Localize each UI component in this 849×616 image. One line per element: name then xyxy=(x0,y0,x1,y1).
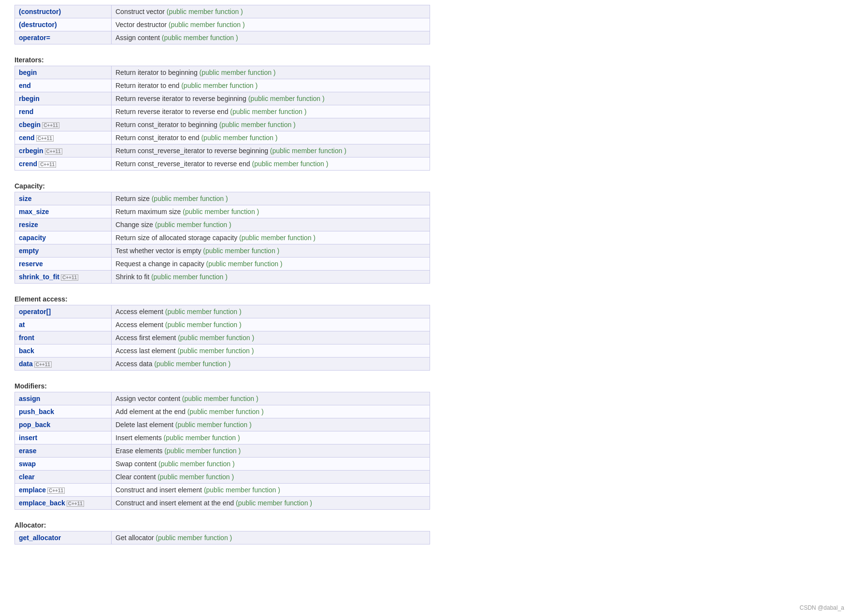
function-description: Insert elements (public member function … xyxy=(112,431,430,444)
member-function-link[interactable]: (public member function ) xyxy=(252,160,328,168)
table-row: clearClear content (public member functi… xyxy=(15,471,430,484)
function-name[interactable]: cendC++11 xyxy=(15,131,112,144)
member-function-link[interactable]: (public member function ) xyxy=(183,208,259,215)
function-name[interactable]: back xyxy=(15,344,112,358)
function-name[interactable]: (destructor) xyxy=(15,18,112,31)
function-name[interactable]: emplace_backC++11 xyxy=(15,497,112,510)
member-function-link[interactable]: (public member function ) xyxy=(165,308,242,315)
function-name[interactable]: swap xyxy=(15,458,112,471)
member-function-link[interactable]: (public member function ) xyxy=(236,499,312,507)
function-description: Access element (public member function ) xyxy=(112,318,430,331)
function-description: Assign content (public member function ) xyxy=(112,31,430,44)
function-name[interactable]: max_size xyxy=(15,205,112,218)
member-function-link[interactable]: (public member function ) xyxy=(155,221,231,229)
section-constructors: (constructor)Construct vector (public me… xyxy=(14,5,835,44)
function-name[interactable]: reserve xyxy=(15,258,112,271)
page-container: (constructor)Construct vector (public me… xyxy=(0,0,849,568)
function-description: Return const_reverse_iterator to reverse… xyxy=(112,144,430,158)
member-function-link[interactable]: (public member function ) xyxy=(204,486,280,494)
member-function-link[interactable]: (public member function ) xyxy=(206,260,283,268)
member-function-link[interactable]: (public member function ) xyxy=(158,473,234,481)
function-name[interactable]: rend xyxy=(15,105,112,118)
section-header-modifiers: Modifiers: xyxy=(14,379,835,392)
member-function-link[interactable]: (public member function ) xyxy=(158,460,235,468)
function-name[interactable]: crbeginC++11 xyxy=(15,144,112,158)
member-function-link[interactable]: (public member function ) xyxy=(152,195,228,202)
function-name[interactable]: operator[] xyxy=(15,305,112,318)
member-function-link[interactable]: (public member function ) xyxy=(200,69,276,76)
section-header-iterators: Iterators: xyxy=(14,53,835,66)
function-name[interactable]: shrink_to_fitC++11 xyxy=(15,271,112,284)
function-name[interactable]: erase xyxy=(15,444,112,458)
member-function-link[interactable]: (public member function ) xyxy=(162,34,238,42)
member-function-link[interactable]: (public member function ) xyxy=(270,147,346,155)
member-function-link[interactable]: (public member function ) xyxy=(164,447,241,455)
function-name[interactable]: cbeginC++11 xyxy=(15,118,112,131)
member-function-link[interactable]: (public member function ) xyxy=(239,234,316,242)
function-description: Return reverse iterator to reverse end (… xyxy=(112,105,430,118)
table-row: resizeChange size (public member functio… xyxy=(15,218,430,231)
member-function-link[interactable]: (public member function ) xyxy=(154,360,230,368)
table-row: crbeginC++11Return const_reverse_iterato… xyxy=(15,144,430,158)
member-function-link[interactable]: (public member function ) xyxy=(201,134,277,142)
table-allocator: get_allocatorGet allocator (public membe… xyxy=(14,531,430,544)
member-function-link[interactable]: (public member function ) xyxy=(248,95,325,102)
function-name[interactable]: rbegin xyxy=(15,92,112,105)
function-name[interactable]: front xyxy=(15,331,112,344)
function-description: Clear content (public member function ) xyxy=(112,471,430,484)
member-function-link[interactable]: (public member function ) xyxy=(203,247,279,255)
function-description: Swap content (public member function ) xyxy=(112,458,430,471)
cpp11-badge: C++11 xyxy=(61,274,78,281)
member-function-link[interactable]: (public member function ) xyxy=(151,273,228,281)
function-name[interactable]: assign xyxy=(15,392,112,405)
member-function-link[interactable]: (public member function ) xyxy=(182,395,259,402)
member-function-link[interactable]: (public member function ) xyxy=(164,434,240,442)
table-row: assignAssign vector content (public memb… xyxy=(15,392,430,405)
member-function-link[interactable]: (public member function ) xyxy=(156,534,232,542)
function-name[interactable]: begin xyxy=(15,66,112,79)
table-row: rbeginReturn reverse iterator to reverse… xyxy=(15,92,430,105)
member-function-link[interactable]: (public member function ) xyxy=(181,82,258,89)
function-name[interactable]: resize xyxy=(15,218,112,231)
member-function-link[interactable]: (public member function ) xyxy=(219,121,296,129)
member-function-link[interactable]: (public member function ) xyxy=(175,421,252,429)
member-function-link[interactable]: (public member function ) xyxy=(165,321,242,329)
function-name[interactable]: crendC++11 xyxy=(15,158,112,171)
function-name[interactable]: insert xyxy=(15,431,112,444)
table-row: eraseErase elements (public member funct… xyxy=(15,444,430,458)
function-name[interactable]: get_allocator xyxy=(15,531,112,544)
function-description: Vector destructor (public member functio… xyxy=(112,18,430,31)
function-name[interactable]: dataC++11 xyxy=(15,358,112,371)
function-name[interactable]: at xyxy=(15,318,112,331)
table-row: atAccess element (public member function… xyxy=(15,318,430,331)
cpp11-badge: C++11 xyxy=(34,361,52,368)
function-name[interactable]: operator= xyxy=(15,31,112,44)
function-name[interactable]: empty xyxy=(15,244,112,258)
function-name[interactable]: capacity xyxy=(15,231,112,244)
section-iterators: Iterators:beginReturn iterator to beginn… xyxy=(14,53,835,171)
member-function-link[interactable]: (public member function ) xyxy=(178,334,254,342)
function-name[interactable]: clear xyxy=(15,471,112,484)
member-function-link[interactable]: (public member function ) xyxy=(187,408,264,415)
function-description: Return const_iterator to beginning (publ… xyxy=(112,118,430,131)
table-row: frontAccess first element (public member… xyxy=(15,331,430,344)
function-description: Add element at the end (public member fu… xyxy=(112,405,430,418)
table-row: get_allocatorGet allocator (public membe… xyxy=(15,531,430,544)
member-function-link[interactable]: (public member function ) xyxy=(169,21,245,29)
table-row: swapSwap content (public member function… xyxy=(15,458,430,471)
cpp11-badge: C++11 xyxy=(47,487,65,494)
member-function-link[interactable]: (public member function ) xyxy=(177,347,254,355)
function-name[interactable]: emplaceC++11 xyxy=(15,484,112,497)
table-row: backAccess last element (public member f… xyxy=(15,344,430,358)
function-name[interactable]: push_back xyxy=(15,405,112,418)
table-row: endReturn iterator to end (public member… xyxy=(15,79,430,92)
member-function-link[interactable]: (public member function ) xyxy=(167,8,243,15)
member-function-link[interactable]: (public member function ) xyxy=(230,108,306,115)
function-name[interactable]: size xyxy=(15,192,112,205)
section-capacity: Capacity:sizeReturn size (public member … xyxy=(14,179,835,284)
function-name[interactable]: end xyxy=(15,79,112,92)
function-name[interactable]: pop_back xyxy=(15,418,112,431)
function-description: Delete last element (public member funct… xyxy=(112,418,430,431)
table-element-access: operator[]Access element (public member … xyxy=(14,305,430,371)
function-name[interactable]: (constructor) xyxy=(15,5,112,18)
